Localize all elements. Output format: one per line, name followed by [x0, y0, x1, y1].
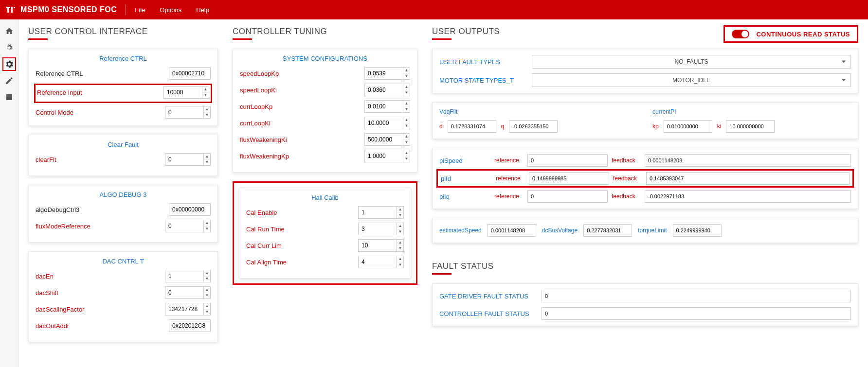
menu-help[interactable]: Help [196, 6, 209, 14]
app-title: MSPM0 SENSORED FOC [20, 5, 117, 14]
header-divider [126, 4, 126, 15]
ti-logo-icon [5, 4, 17, 16]
menu-file[interactable]: File [135, 6, 145, 14]
menu-options[interactable]: Options [160, 6, 181, 14]
app-header: MSPM0 SENSORED FOC File Options Help [0, 0, 868, 19]
